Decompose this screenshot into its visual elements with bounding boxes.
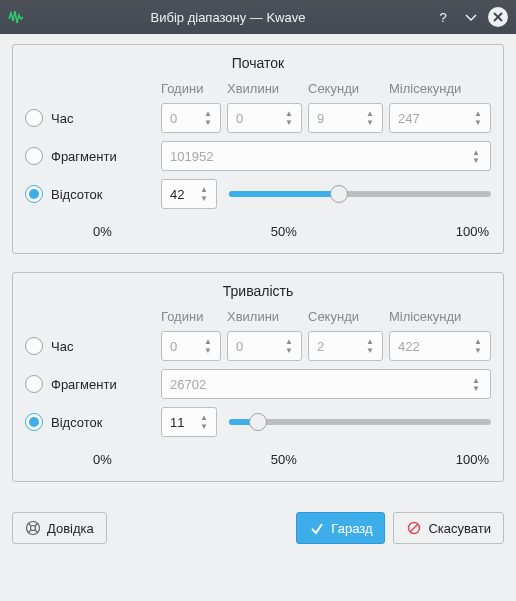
- spin-arrows-icon: ▲▼: [204, 334, 216, 358]
- radio-label: Відсоток: [51, 415, 102, 430]
- tick-50: 50%: [271, 452, 297, 467]
- check-icon: [309, 520, 325, 536]
- spin-arrows-icon: ▲▼: [366, 106, 378, 130]
- help-titlebar-button[interactable]: ?: [432, 6, 454, 28]
- svg-line-5: [35, 523, 38, 526]
- cancel-icon: [406, 520, 422, 536]
- ok-button[interactable]: Гаразд: [296, 512, 385, 544]
- help-lifering-icon: [25, 520, 41, 536]
- group-title-length: Тривалість: [25, 283, 491, 299]
- group-title-start: Початок: [25, 55, 491, 71]
- radio-label: Фрагменти: [51, 149, 117, 164]
- spin-arrows-icon: ▲▼: [285, 334, 297, 358]
- radio-icon: [25, 413, 43, 431]
- header-seconds: Секунди: [308, 309, 383, 324]
- tick-0: 0%: [93, 224, 112, 239]
- svg-point-3: [31, 526, 36, 531]
- cancel-button[interactable]: Скасувати: [393, 512, 504, 544]
- header-seconds: Секунди: [308, 81, 383, 96]
- radio-icon: [25, 375, 43, 393]
- button-label: Гаразд: [331, 521, 372, 536]
- start-percent-input[interactable]: 42▲▼: [161, 179, 217, 209]
- start-minutes-input[interactable]: 0▲▼: [227, 103, 302, 133]
- app-icon: [8, 9, 24, 25]
- minimize-button[interactable]: [460, 6, 482, 28]
- radio-icon: [25, 109, 43, 127]
- dialog-footer: Довідка Гаразд Скасувати: [0, 512, 516, 556]
- length-ms-input[interactable]: 422▲▼: [389, 331, 491, 361]
- group-length: Тривалість Години Хвилини Секунди Мілісе…: [12, 272, 504, 482]
- help-button[interactable]: Довідка: [12, 512, 107, 544]
- length-minutes-input[interactable]: 0▲▼: [227, 331, 302, 361]
- slider-tick-labels: 0% 50% 100%: [93, 452, 491, 467]
- length-seconds-input[interactable]: 2▲▼: [308, 331, 383, 361]
- radio-length-frames[interactable]: Фрагменти: [25, 375, 155, 393]
- radio-icon: [25, 337, 43, 355]
- spin-arrows-icon: ▲▼: [200, 410, 212, 434]
- radio-length-time[interactable]: Час: [25, 337, 155, 355]
- header-ms: Мілісекунди: [389, 81, 491, 96]
- start-frames-input[interactable]: 101952 ▲▼: [161, 141, 491, 171]
- radio-label: Час: [51, 111, 73, 126]
- spin-arrows-icon: ▲▼: [472, 145, 484, 167]
- svg-line-7: [35, 530, 38, 533]
- radio-length-percent[interactable]: Відсоток: [25, 413, 155, 431]
- length-percent-slider[interactable]: [229, 410, 491, 434]
- spin-arrows-icon: ▲▼: [200, 182, 212, 206]
- svg-line-6: [28, 530, 31, 533]
- radio-icon: [25, 147, 43, 165]
- tick-100: 100%: [456, 224, 489, 239]
- time-headers: Години Хвилини Секунди Мілісекунди: [25, 309, 491, 324]
- titlebar: Вибір діапазону — Kwave ?: [0, 0, 516, 34]
- radio-icon: [25, 185, 43, 203]
- header-minutes: Хвилини: [227, 81, 302, 96]
- radio-start-percent[interactable]: Відсоток: [25, 185, 155, 203]
- length-percent-input[interactable]: 11▲▼: [161, 407, 217, 437]
- spin-arrows-icon: ▲▼: [474, 106, 486, 130]
- radio-label: Час: [51, 339, 73, 354]
- header-hours: Години: [161, 309, 221, 324]
- svg-line-4: [28, 523, 31, 526]
- window-title: Вибір діапазону — Kwave: [30, 10, 426, 25]
- tick-50: 50%: [271, 224, 297, 239]
- time-headers: Години Хвилини Секунди Мілісекунди: [25, 81, 491, 96]
- spin-arrows-icon: ▲▼: [472, 373, 484, 395]
- radio-label: Відсоток: [51, 187, 102, 202]
- spin-arrows-icon: ▲▼: [204, 106, 216, 130]
- start-percent-slider[interactable]: [229, 182, 491, 206]
- radio-start-frames[interactable]: Фрагменти: [25, 147, 155, 165]
- length-frames-input[interactable]: 26702 ▲▼: [161, 369, 491, 399]
- slider-tick-labels: 0% 50% 100%: [93, 224, 491, 239]
- start-ms-input[interactable]: 247▲▼: [389, 103, 491, 133]
- svg-line-9: [411, 525, 418, 532]
- close-button[interactable]: [488, 7, 508, 27]
- start-seconds-input[interactable]: 9▲▼: [308, 103, 383, 133]
- radio-label: Фрагменти: [51, 377, 117, 392]
- tick-100: 100%: [456, 452, 489, 467]
- header-minutes: Хвилини: [227, 309, 302, 324]
- spin-arrows-icon: ▲▼: [474, 334, 486, 358]
- length-hours-input[interactable]: 0▲▼: [161, 331, 221, 361]
- header-hours: Години: [161, 81, 221, 96]
- button-label: Довідка: [47, 521, 94, 536]
- header-ms: Мілісекунди: [389, 309, 491, 324]
- radio-start-time[interactable]: Час: [25, 109, 155, 127]
- spin-arrows-icon: ▲▼: [366, 334, 378, 358]
- spin-arrows-icon: ▲▼: [285, 106, 297, 130]
- group-start: Початок Години Хвилини Секунди Мілісекун…: [12, 44, 504, 254]
- start-hours-input[interactable]: 0▲▼: [161, 103, 221, 133]
- tick-0: 0%: [93, 452, 112, 467]
- button-label: Скасувати: [428, 521, 491, 536]
